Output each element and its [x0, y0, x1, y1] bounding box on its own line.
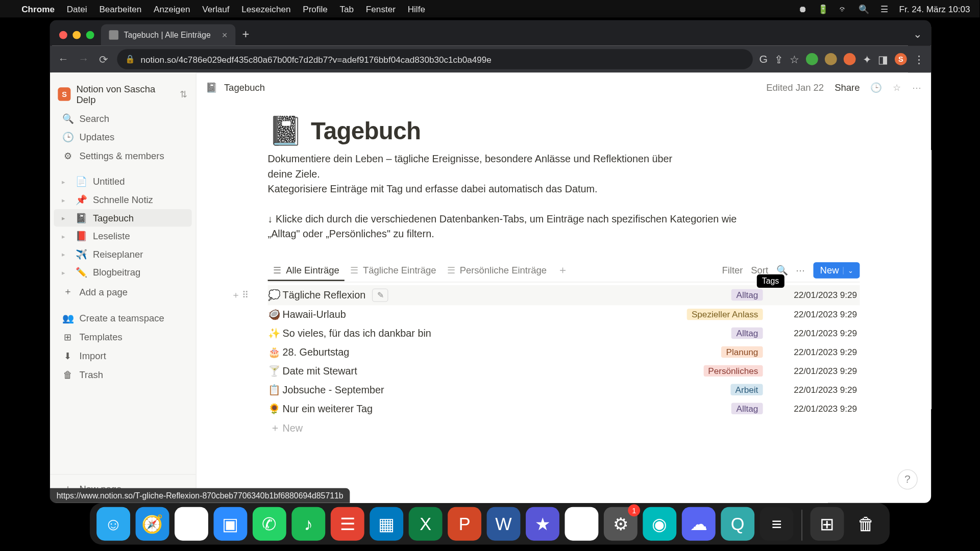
db-view-tab[interactable]: ☰Alle Einträge	[268, 261, 345, 281]
menu-lesezeichen[interactable]: Lesezeichen	[241, 4, 290, 14]
dock-app-discord[interactable]: ☁	[682, 507, 716, 541]
close-tab-icon[interactable]: ×	[222, 30, 228, 40]
sidebar-trash[interactable]: 🗑Trash	[54, 366, 191, 383]
filter-button[interactable]: Filter	[722, 265, 743, 276]
new-tab-button[interactable]: +	[235, 28, 256, 46]
maximize-window-button[interactable]	[86, 31, 94, 39]
drag-handle-icon[interactable]: ⠿	[242, 289, 249, 301]
new-entry-button[interactable]: New ⌄	[813, 262, 860, 279]
sidebar-page-item[interactable]: ▸✏️Blogbeitrag	[54, 264, 191, 281]
reload-button[interactable]: ⟳	[97, 53, 110, 65]
page-hint[interactable]: ↓ Klicke dich durch die verschiedenen Da…	[268, 212, 752, 242]
row-tag[interactable]: Persönliches	[703, 365, 763, 377]
dock-app-powerpoint[interactable]: P	[448, 507, 481, 541]
favorite-star-icon[interactable]: ☆	[893, 82, 901, 93]
sidebar-page-item[interactable]: ▸📌Schnelle Notiz	[54, 191, 191, 208]
db-row[interactable]: 🍸Date mit StewartPersönliches22/01/2023 …	[268, 361, 860, 380]
menubar-app-name[interactable]: Chrome	[21, 4, 55, 14]
dock-app-chrome[interactable]: ◉	[175, 507, 208, 541]
chevron-right-icon[interactable]: ▸	[62, 232, 70, 239]
dock-app-trash[interactable]: 🗑	[849, 507, 883, 541]
updates-icon[interactable]: 🕒	[870, 82, 881, 93]
sidebar-teamspace[interactable]: 👥Create a teamspace	[54, 309, 191, 327]
menu-datei[interactable]: Datei	[67, 4, 87, 14]
browser-tab[interactable]: Tagebuch | Alle Einträge ×	[101, 24, 236, 45]
translate-icon[interactable]: G	[759, 53, 767, 65]
dock-app-word[interactable]: W	[487, 507, 521, 541]
battery-icon[interactable]: 🔋	[818, 4, 828, 14]
chrome-menu-icon[interactable]: ⋮	[914, 53, 924, 65]
tab-list-dropdown-icon[interactable]: ⌄	[903, 28, 931, 46]
extension-icon[interactable]	[825, 53, 837, 65]
chevron-right-icon[interactable]: ▸	[62, 251, 70, 258]
spotlight-icon[interactable]: 🔍	[859, 4, 869, 14]
row-tag[interactable]: Alltag	[731, 289, 763, 300]
db-row[interactable]: ✨So vieles, für das ich dankbar binAllta…	[268, 324, 860, 343]
row-tag[interactable]: Planung	[721, 346, 763, 358]
dock-app-drive[interactable]: ▲	[565, 507, 598, 541]
extensions-menu-icon[interactable]: ✦	[863, 53, 871, 65]
dock-app-safari[interactable]: 🧭	[136, 507, 169, 541]
more-menu-icon[interactable]: ⋯	[912, 82, 921, 93]
row-tag[interactable]: Spezieller Anlass	[687, 309, 763, 320]
db-row[interactable]: 🥥Hawaii-UrlaubSpezieller Anlass22/01/202…	[268, 305, 860, 324]
menu-fenster[interactable]: Fenster	[366, 4, 396, 14]
menu-tab[interactable]: Tab	[340, 4, 354, 14]
db-view-tab[interactable]: ☰Tägliche Einträge	[345, 261, 442, 281]
dock-app-whatsapp[interactable]: ✆	[253, 507, 286, 541]
wifi-icon[interactable]: ᯤ	[839, 4, 848, 14]
extension-icon[interactable]	[806, 53, 818, 65]
forward-button[interactable]: →	[77, 53, 90, 65]
sidebar-import[interactable]: ⬇Import	[54, 347, 191, 364]
dock-app-siri[interactable]: ◉	[643, 507, 676, 541]
chevron-right-icon[interactable]: ▸	[62, 214, 70, 221]
workspace-switcher[interactable]: S Notion von Sascha Delp ⇅	[50, 80, 196, 109]
dock-app-imovie[interactable]: ★	[526, 507, 559, 541]
screen-record-icon[interactable]: ⏺	[798, 4, 807, 14]
minimize-window-button[interactable]	[72, 31, 81, 39]
dock-app-spotify[interactable]: ♪	[291, 507, 325, 541]
share-button[interactable]: Share	[835, 82, 860, 93]
chevron-right-icon[interactable]: ▸	[62, 196, 70, 203]
dock-app-finder[interactable]: ☺	[96, 507, 130, 541]
share-icon[interactable]: ⇪	[774, 53, 783, 65]
row-tag[interactable]: Arbeit	[730, 384, 763, 395]
close-window-button[interactable]	[59, 31, 67, 39]
db-row[interactable]: 📋Jobsuche - SeptemberArbeit22/01/2023 9:…	[268, 380, 860, 399]
chevron-down-icon[interactable]: ⌄	[843, 267, 853, 274]
sidebar-settings[interactable]: ⚙Settings & members	[54, 147, 191, 165]
sidebar-page-item[interactable]: ▸📕Leseliste	[54, 227, 191, 244]
profile-avatar[interactable]: S	[895, 53, 907, 65]
page-emoji[interactable]: 📓	[268, 114, 303, 147]
page-description[interactable]: Dokumentiere dein Leben – tägliche Ereig…	[268, 152, 699, 197]
sidebar-templates[interactable]: ⊞Templates	[54, 328, 191, 345]
new-row[interactable]: ＋ New	[268, 418, 860, 437]
sidebar-page-item[interactable]: ▸📄Untitled	[54, 173, 191, 190]
open-page-button[interactable]: ✎	[372, 288, 388, 302]
help-fab[interactable]: ?	[897, 469, 918, 490]
db-row[interactable]: 🎂28. GeburtstagPlanung22/01/2023 9:29	[268, 343, 860, 362]
extension-icon[interactable]	[844, 53, 856, 65]
page-title[interactable]: Tagebuch	[311, 117, 421, 145]
bookmark-star-icon[interactable]: ☆	[790, 53, 799, 65]
chevron-right-icon[interactable]: ▸	[62, 269, 70, 276]
breadcrumb[interactable]: Tagebuch	[224, 82, 265, 93]
row-tag[interactable]: Alltag	[731, 403, 763, 414]
menubar-clock[interactable]: Fr. 24. März 10:03	[899, 4, 970, 14]
chevron-right-icon[interactable]: ▸	[62, 178, 70, 185]
menu-profile[interactable]: Profile	[303, 4, 328, 14]
db-row[interactable]: 🌻Nur ein weiterer TagAlltag22/01/2023 9:…	[268, 399, 860, 418]
address-bar[interactable]: 🔒 notion.so/4c786e029edf435c80a67b00fc7d…	[117, 49, 752, 69]
control-center-icon[interactable]: ☰	[880, 4, 889, 14]
dock-app-zoom[interactable]: ▣	[213, 507, 247, 541]
more-db-icon[interactable]: ⋯	[796, 265, 805, 276]
menu-bearbeiten[interactable]: Bearbeiten	[99, 4, 141, 14]
sidebar-search[interactable]: 🔍Search	[54, 110, 191, 127]
back-button[interactable]: ←	[57, 53, 70, 65]
add-view-button[interactable]: ＋	[553, 259, 572, 281]
menu-hilfe[interactable]: Hilfe	[408, 4, 425, 14]
db-view-tab[interactable]: ☰Persönliche Einträge	[442, 261, 552, 281]
dock-app-launchpad[interactable]: ⊞	[811, 507, 844, 541]
row-handle[interactable]: ＋⠿	[231, 289, 248, 301]
dock-app-voice[interactable]: ≡	[760, 507, 794, 541]
